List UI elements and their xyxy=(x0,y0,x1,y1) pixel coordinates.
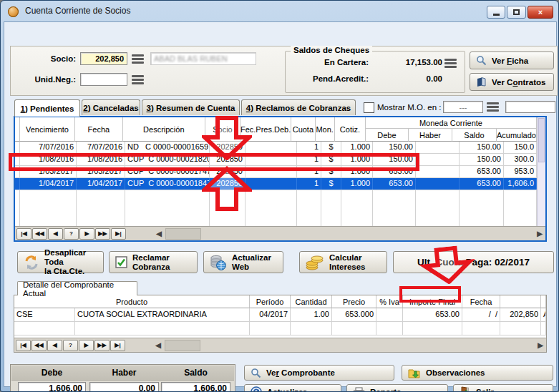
actualizar-web-button[interactable]: ActualizarWeb xyxy=(203,251,283,273)
saldos-cheques-title: Saldos de Cheques xyxy=(291,46,372,54)
minimize-button[interactable] xyxy=(487,6,505,19)
nav-last-button[interactable]: ▶| xyxy=(110,340,125,351)
printer-icon xyxy=(353,387,365,392)
nav-fast-next-button[interactable]: ▶▶ xyxy=(95,228,110,240)
tab-reclamos-de-cobranzas[interactable]: 4) Reclamos de Cobranzas xyxy=(241,99,356,115)
hscroll-left-icon[interactable]: ◀ xyxy=(152,230,165,237)
nav-first-button[interactable]: |◀ xyxy=(16,228,31,240)
observaciones-button[interactable]: Observaciones xyxy=(402,365,553,381)
col-descripcion[interactable]: Descripción xyxy=(123,117,205,142)
col-fecha-detail[interactable]: Fecha xyxy=(462,295,500,308)
detail-section-tab[interactable]: Detalle del Comprobante Actual xyxy=(17,281,137,295)
nav-next-button[interactable]: ▶ xyxy=(79,228,94,240)
reporte-button[interactable]: Reporte xyxy=(346,384,448,392)
nav-last-button[interactable]: ▶| xyxy=(111,228,126,240)
col-iva[interactable]: % Iva xyxy=(376,295,403,308)
col-precio[interactable]: Precio xyxy=(332,295,376,308)
grid-row-selected[interactable]: 1/04/2017 1/04/2017 CUP C 0000-000018470… xyxy=(15,178,537,190)
col-fec-pres-deb[interactable]: Fec.Pres.Deb. xyxy=(240,117,291,142)
socio-label: Socio: xyxy=(26,54,76,63)
unid-neg-input[interactable] xyxy=(80,73,127,86)
nav-first-button[interactable]: |◀ xyxy=(16,340,31,351)
desaplicar-button[interactable]: Desaplicar Todala Cta.Cte. xyxy=(17,251,104,273)
ult-cuota-paga-panel[interactable]: Ult. Cuota Paga: 02/2017 xyxy=(393,251,554,273)
calcular-intereses-button[interactable]: CalcularIntereses xyxy=(299,251,387,273)
tab-canceladas[interactable]: 2) Canceladas xyxy=(82,99,140,115)
nav-fast-prev-button[interactable]: ◀◀ xyxy=(32,228,47,240)
ver-ficha-button[interactable]: Ver Ficha xyxy=(470,52,554,69)
cell-vencimiento: 1/03/2017 xyxy=(20,166,77,177)
grid-row[interactable]: 1/08/2016 1/08/2016 CUP C 0000-00021820 … xyxy=(15,154,537,166)
cheques-browse-icon[interactable] xyxy=(444,57,460,69)
mostrar-mo-extra-field[interactable] xyxy=(505,101,555,113)
col-debe[interactable]: Debe xyxy=(366,129,409,142)
col-mon[interactable]: Mon. xyxy=(316,117,335,142)
hscroll-left-icon[interactable]: ◀ xyxy=(152,341,165,349)
cell-periodo: 04/2017 xyxy=(250,308,291,321)
socio-input[interactable]: 202,850 xyxy=(80,52,127,65)
hscroll-thumb[interactable] xyxy=(165,228,201,240)
app-window: Cuenta Corriente de Socios × Socio: 202,… xyxy=(0,0,559,392)
detail-row[interactable]: CSE CUOTA SOCIAL EXTRAORDINARIA 04/2017 … xyxy=(14,308,546,322)
grid-row[interactable]: 7/07/2016 7/07/2016 ND C 0000-00001659 -… xyxy=(15,142,537,154)
tab-resumen-de-cuenta[interactable]: 3) Resumen de Cuenta xyxy=(142,99,240,115)
mostrar-mo-browse-icon[interactable] xyxy=(487,101,502,113)
hscroll-right-icon[interactable]: ▶ xyxy=(537,230,543,237)
moneda-corriente-group-header: Moneda Corriente xyxy=(366,117,537,129)
nav-search-button[interactable]: ? xyxy=(63,340,78,351)
maximize-button[interactable] xyxy=(507,6,526,19)
grid-row[interactable]: 1/03/2017 1/03/2017 CUP C 0000-000017478… xyxy=(15,166,537,178)
cell-fecha: 1/04/2017 xyxy=(77,178,125,190)
cell-acumulado: 1,606.0 xyxy=(504,178,537,190)
col-importe-final[interactable]: Importe Final xyxy=(403,295,462,308)
socio-browse-icon[interactable] xyxy=(132,53,147,65)
col-acumulado[interactable]: Acumulado xyxy=(497,129,537,142)
nav-prev-button[interactable]: ◀ xyxy=(47,340,62,351)
col-fecha[interactable]: Fecha xyxy=(75,117,123,142)
col-producto[interactable]: Producto xyxy=(14,295,250,308)
grid-vertical-scrollbar[interactable] xyxy=(537,117,545,226)
col-socio[interactable]: Socio xyxy=(205,117,240,142)
cell-socio: 202850 xyxy=(210,154,246,165)
col-periodo[interactable]: Período xyxy=(250,295,291,308)
ver-contratos-button[interactable]: Ver Contratos xyxy=(470,73,554,91)
col-saldo[interactable]: Saldo xyxy=(452,129,497,142)
close-button[interactable]: × xyxy=(528,6,553,19)
unid-neg-browse-icon[interactable] xyxy=(132,74,147,86)
col-vencimiento[interactable]: Vencimiento xyxy=(20,117,75,142)
col-extra-2 xyxy=(541,295,546,308)
nav-fast-next-button[interactable]: ▶▶ xyxy=(94,340,110,351)
col-cantidad[interactable]: Cantidad xyxy=(291,295,332,308)
actualizar-button[interactable]: Actualizar xyxy=(244,384,341,392)
hscroll-thumb[interactable] xyxy=(165,340,200,351)
cell-debe: 150.00 xyxy=(373,154,416,165)
ver-comprobante-button[interactable]: Ver Comprobante xyxy=(244,365,394,381)
cell-mon: $ xyxy=(321,154,341,165)
cell-saldo: 653.00 xyxy=(460,166,504,177)
magnifier-icon xyxy=(476,55,487,66)
cell-cantidad: 1.00 xyxy=(291,308,332,321)
grid-header-row: Vencimiento Fecha Descripción Socio Fec.… xyxy=(15,117,537,142)
reclamar-cobranza-button[interactable]: ReclamarCobranza xyxy=(109,251,198,273)
mostrar-mo-checkbox[interactable] xyxy=(364,102,374,113)
cell-producto: CUOTA SOCIAL EXTRAORDINARIA xyxy=(75,308,250,321)
title-bar[interactable]: Cuenta Corriente de Socios × xyxy=(1,1,559,22)
col-haber[interactable]: Haber xyxy=(409,129,452,142)
cell-fec-pres-deb xyxy=(246,142,297,153)
database-globe-icon xyxy=(210,254,227,271)
hscroll-right-icon[interactable]: ▶ xyxy=(538,341,543,349)
nav-search-button[interactable]: ? xyxy=(64,228,79,240)
tab-pendientes[interactable]: 1) Pendientes xyxy=(14,99,80,117)
col-cotiz[interactable]: Cotiz. xyxy=(335,117,366,142)
mostrar-mo-currency-field[interactable]: --- xyxy=(443,101,483,113)
coins-icon xyxy=(306,254,324,271)
nav-prev-button[interactable]: ◀ xyxy=(48,228,63,240)
salir-button[interactable]: Salir xyxy=(453,384,553,392)
totals-saldo-value: 1,606.00 xyxy=(161,382,230,392)
nav-next-button[interactable]: ▶ xyxy=(79,340,94,351)
cell-acumulado: 150.0 xyxy=(504,142,537,153)
col-cuota[interactable]: Cuota xyxy=(291,117,315,142)
app-icon xyxy=(8,6,19,17)
cell-acumulado: 300.0 xyxy=(504,154,537,165)
nav-fast-prev-button[interactable]: ◀◀ xyxy=(31,340,47,351)
